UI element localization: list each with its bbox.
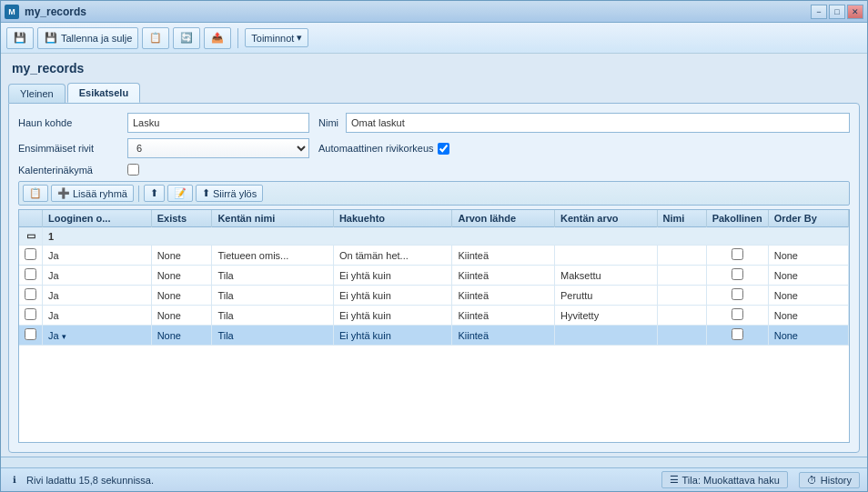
page-header: my_records <box>1 54 867 79</box>
row-pakollinen-cell <box>706 286 768 306</box>
row-looginen: Ja <box>43 286 152 306</box>
row-kentan-nimi: Tila <box>212 326 334 346</box>
row-checkbox[interactable] <box>25 328 36 340</box>
sub-btn-4-icon: 📝 <box>174 187 187 199</box>
row-checkbox[interactable] <box>25 308 36 320</box>
haun-kohde-label: Haun kohde <box>18 117 118 128</box>
row-nimi <box>657 326 706 346</box>
row-nimi <box>657 286 706 306</box>
table-row[interactable]: Ja ▾NoneTilaEi yhtä kuinKiinteäNone <box>19 326 849 346</box>
row-exists: None <box>151 286 212 306</box>
siirra-ylos-label: Siirrä ylös <box>213 188 257 199</box>
lisaa-ryhma-button[interactable]: ➕ Lisää ryhmä <box>51 185 134 202</box>
row-order-by: None <box>768 246 848 266</box>
row-pakollinen-checkbox[interactable] <box>732 308 743 320</box>
row-pakollinen-checkbox[interactable] <box>732 288 743 300</box>
col-order-by: Order By <box>768 210 848 227</box>
status-text: Rivi ladattu 15,8 sekunnissa. <box>26 475 154 486</box>
row-arvon-lahde: Kiinteä <box>452 286 555 306</box>
row-pakollinen-checkbox[interactable] <box>732 268 743 280</box>
panel: Haun kohde Nimi Ensimmäiset rivit 6 Auto… <box>8 103 860 453</box>
row-order-by: None <box>768 326 848 346</box>
col-exists: Exists <box>151 210 212 227</box>
kalenterinakyma-checkbox[interactable] <box>127 164 139 176</box>
sub-btn-3[interactable]: ⬆ <box>144 185 165 202</box>
row-arvon-lahde: Kiinteä <box>452 326 555 346</box>
lisaa-ryhma-icon: ➕ <box>57 187 70 199</box>
save-close-icon: 💾 <box>44 31 58 45</box>
sub-btn-1[interactable]: 📋 <box>23 185 48 202</box>
toolbar-btn-4[interactable]: 📤 <box>204 27 231 49</box>
table-row[interactable]: JaNoneTilaEi yhtä kuinKiinteäHyvitettyNo… <box>19 306 849 326</box>
row-arvon-lahde: Kiinteä <box>452 266 555 286</box>
toolbar-separator <box>237 28 238 48</box>
row-exists: None <box>151 246 212 266</box>
criteria-table: Looginen o... Exists Kentän nimi Hakueht… <box>19 210 849 346</box>
col-checkbox <box>19 210 43 227</box>
title-bar: M my_records − □ ✕ <box>1 1 867 23</box>
table-container[interactable]: Looginen o... Exists Kentän nimi Hakueht… <box>18 209 850 443</box>
close-button[interactable]: ✕ <box>847 5 863 19</box>
row-checkbox[interactable] <box>25 288 36 300</box>
row-checkbox[interactable] <box>25 268 36 280</box>
title-bar-left: M my_records <box>5 5 86 19</box>
row-pakollinen-checkbox[interactable] <box>732 248 743 260</box>
row-hakuehto: Ei yhtä kuin <box>333 306 452 326</box>
history-icon: ⏱ <box>807 475 817 486</box>
history-button[interactable]: ⏱ History <box>799 472 860 488</box>
siirra-ylos-button[interactable]: ⬆ Siirrä ylös <box>196 185 263 202</box>
page-title: my_records <box>12 61 84 75</box>
scrollbar-area[interactable] <box>1 457 867 467</box>
nimi-input[interactable] <box>346 113 850 133</box>
toolbar-btn-2[interactable]: 📋 <box>142 27 169 49</box>
minimize-button[interactable]: − <box>811 5 827 19</box>
restore-button[interactable]: □ <box>829 5 845 19</box>
tila-icon: ☰ <box>670 474 679 486</box>
row-looginen: Ja ▾ <box>43 326 152 346</box>
toiminnot-label: Toiminnot <box>251 33 294 44</box>
group-expand-icon: ▭ <box>26 230 35 241</box>
row-kentan-arvo <box>554 326 657 346</box>
row-order-by: None <box>768 266 848 286</box>
automaattinen-checkbox[interactable] <box>438 143 449 155</box>
col-pakollinen: Pakollinen <box>706 210 768 227</box>
group-number: 1 <box>48 231 54 242</box>
col-nimi: Nimi <box>657 210 706 227</box>
sub-toolbar: 📋 ➕ Lisää ryhmä ⬆ 📝 ⬆ Siirrä ylös <box>18 181 850 206</box>
save-close-button[interactable]: 💾 Tallenna ja sulje <box>37 27 138 49</box>
table-row[interactable]: JaNoneTietueen omis...On tämän het...Kii… <box>19 246 849 266</box>
toolbar-icon-3: 🔄 <box>179 31 194 45</box>
row-exists: None <box>151 266 212 286</box>
col-hakuehto: Hakuehto <box>333 210 452 227</box>
sub-btn-4[interactable]: 📝 <box>167 185 193 202</box>
tila-label: Tila: Muokattava haku <box>682 475 780 486</box>
row-pakollinen-cell <box>706 326 768 346</box>
row-arvon-lahde: Kiinteä <box>452 306 555 326</box>
nimi-label: Nimi <box>318 117 338 128</box>
row-exists: None <box>151 306 212 326</box>
ensimmaiset-rivit-select[interactable]: 6 <box>127 138 309 158</box>
toolbar-btn-3[interactable]: 🔄 <box>173 27 200 49</box>
row-exists: None <box>151 326 212 346</box>
row-checkbox[interactable] <box>25 248 36 260</box>
table-row[interactable]: JaNoneTilaEi yhtä kuinKiinteäPeruttuNone <box>19 286 849 306</box>
toiminnot-button[interactable]: Toiminnot ▾ <box>245 28 308 47</box>
row-kentan-arvo: Maksettu <box>554 266 657 286</box>
tab-esikatselu[interactable]: Esikatselu <box>67 83 140 103</box>
main-content: Yleinen Esikatselu Haun kohde Nimi Ensim… <box>1 79 867 457</box>
row-kentan-arvo <box>554 246 657 266</box>
form-row-3: Kalenterinäkymä <box>18 164 850 176</box>
row-pakollinen-cell <box>706 266 768 286</box>
row-checkbox-cell <box>19 246 43 266</box>
haun-kohde-input[interactable] <box>127 113 309 133</box>
table-row[interactable]: JaNoneTilaEi yhtä kuinKiinteäMaksettuNon… <box>19 266 849 286</box>
table-group-row: ▭ 1 <box>19 227 849 246</box>
row-order-by: None <box>768 286 848 306</box>
save-icon-button[interactable]: 💾 <box>6 27 34 49</box>
row-checkbox-cell <box>19 286 43 306</box>
tab-yleinen[interactable]: Yleinen <box>8 84 66 103</box>
dropdown-arrow: ▾ <box>297 32 302 44</box>
row-pakollinen-checkbox[interactable] <box>732 328 743 340</box>
window-controls: − □ ✕ <box>811 5 863 19</box>
form-row-2: Ensimmäiset rivit 6 Automaattinen riviko… <box>18 138 850 158</box>
